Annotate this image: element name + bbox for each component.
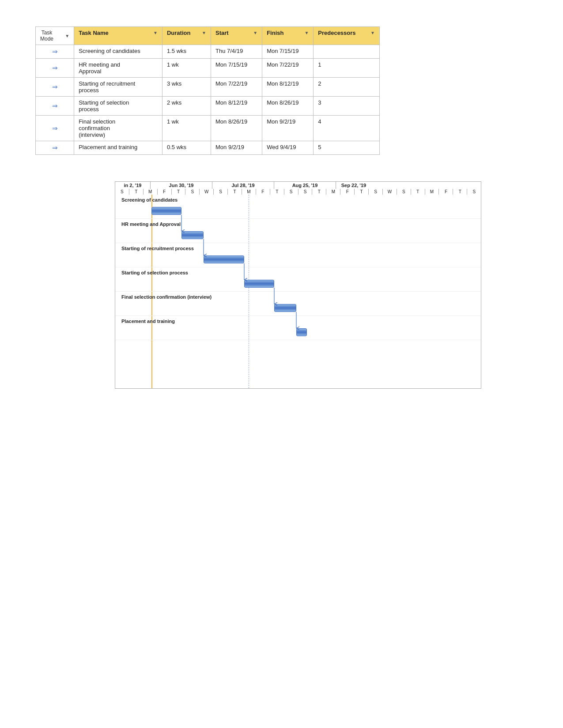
task-name-cell-6: Placement and training xyxy=(74,141,162,155)
gantt-row-2: HR meeting and Approval xyxy=(115,219,481,243)
finish-label: Finish xyxy=(267,30,283,36)
task-name-arrow[interactable]: ▼ xyxy=(153,30,158,35)
day-w2: W xyxy=(383,189,397,195)
col-header-predecessors[interactable]: Predecessors ▼ xyxy=(314,27,380,45)
task-mode-icon: ⇒ xyxy=(52,144,58,152)
task-icon-5: ⇒ xyxy=(36,116,74,141)
task-duration-cell-4: 2 wks xyxy=(162,97,211,116)
task-icon-6: ⇒ xyxy=(36,141,74,155)
task-pred-cell-1 xyxy=(314,45,380,59)
task-duration-cell-3: 3 wks xyxy=(162,78,211,97)
task-duration-cell-5: 1 wk xyxy=(162,116,211,141)
task-name-cell-2: HR meeting andApproval xyxy=(74,59,162,78)
task-pred-cell-5: 4 xyxy=(314,116,380,141)
gantt-row-3: Starting of recruitment process xyxy=(115,243,481,267)
day-t6: T xyxy=(355,189,369,195)
task-pred-cell-4: 3 xyxy=(314,97,380,116)
day-m2: M xyxy=(242,189,256,195)
day-s3: S xyxy=(214,189,228,195)
day-s8: S xyxy=(467,189,481,195)
start-arrow[interactable]: ▼ xyxy=(253,30,257,35)
task-mode-icon: ⇒ xyxy=(52,64,58,72)
day-t3: T xyxy=(228,189,242,195)
task-icon-2: ⇒ xyxy=(36,59,74,78)
task-pred-cell-6: 5 xyxy=(314,141,380,155)
task-finish-cell-4: Mon 8/26/19 xyxy=(262,97,314,116)
task-pred-cell-2: 1 xyxy=(314,59,380,78)
day-t2: T xyxy=(172,189,186,195)
gantt-bar-4 xyxy=(244,280,274,288)
day-f2: F xyxy=(256,189,270,195)
day-f1: F xyxy=(158,189,172,195)
col-header-start[interactable]: Start ▼ xyxy=(211,27,262,45)
month-aug25: Aug 25, '19 xyxy=(274,182,336,189)
col-header-finish[interactable]: Finish ▼ xyxy=(262,27,314,45)
day-t1: T xyxy=(129,189,144,195)
task-finish-cell-5: Mon 9/2/19 xyxy=(262,116,314,141)
task-name-cell-5: Final selectionconfirmation(interview) xyxy=(74,116,162,141)
task-icon-3: ⇒ xyxy=(36,78,74,97)
month-jun2: in 2, '19 xyxy=(115,182,151,189)
task-start-cell-6: Mon 9/2/19 xyxy=(211,141,262,155)
task-start-cell-2: Mon 7/15/19 xyxy=(211,59,262,78)
gantt-row-6: Placement and training xyxy=(115,316,481,340)
gantt-row-1: Screening of candidates xyxy=(115,195,481,219)
gantt-bar-1 xyxy=(151,207,181,215)
day-f4: F xyxy=(439,189,453,195)
gantt-label-1: Screening of candidates xyxy=(121,197,178,203)
task-name-cell-4: Starting of selectionprocess xyxy=(74,97,162,116)
task-start-cell-4: Mon 8/12/19 xyxy=(211,97,262,116)
col-header-task-name[interactable]: Task Name ▼ xyxy=(74,27,162,45)
day-m3: M xyxy=(326,189,340,195)
day-s7: S xyxy=(397,189,411,195)
day-t8: T xyxy=(453,189,467,195)
table-row: ⇒Final selectionconfirmation(interview)1… xyxy=(36,116,380,141)
duration-arrow[interactable]: ▼ xyxy=(202,30,206,35)
day-f3: F xyxy=(340,189,355,195)
day-s4: S xyxy=(284,189,299,195)
gantt-label-3: Starting of recruitment process xyxy=(121,246,194,251)
gantt-row-4: Starting of selection process xyxy=(115,267,481,292)
month-jun30: Jun 30, '19 xyxy=(151,182,212,189)
task-mode-icon: ⇒ xyxy=(52,102,58,110)
day-s1: S xyxy=(115,189,129,195)
task-mode-label: TaskMode xyxy=(40,30,53,42)
month-sep22: Sep 22, '19 xyxy=(336,182,371,189)
day-w1: W xyxy=(200,189,214,195)
table-row: ⇒Starting of recruitmentprocess3 wksMon … xyxy=(36,78,380,97)
day-s5: S xyxy=(299,189,313,195)
table-row: ⇒Starting of selectionprocess2 wksMon 8/… xyxy=(36,97,380,116)
predecessors-arrow[interactable]: ▼ xyxy=(370,30,375,35)
finish-arrow[interactable]: ▼ xyxy=(304,30,309,35)
month-jul28: Jul 28, '19 xyxy=(212,182,274,189)
start-label: Start xyxy=(215,30,229,36)
day-m1: M xyxy=(144,189,158,195)
gantt-body: Screening of candidates HR meeting and A… xyxy=(115,195,481,389)
task-icon-1: ⇒ xyxy=(36,45,74,59)
task-duration-cell-2: 1 wk xyxy=(162,59,211,78)
task-name-label: Task Name xyxy=(79,30,109,36)
day-t5: T xyxy=(312,189,326,195)
col-header-duration[interactable]: Duration ▼ xyxy=(162,27,211,45)
task-start-cell-1: Thu 7/4/19 xyxy=(211,45,262,59)
task-duration-cell-1: 1.5 wks xyxy=(162,45,211,59)
gantt-chart: in 2, '19 Jun 30, '19 Jul 28, '19 Aug 25… xyxy=(115,181,481,389)
task-icon-4: ⇒ xyxy=(36,97,74,116)
gantt-bar-6 xyxy=(296,328,307,336)
gantt-bar-3 xyxy=(204,255,244,263)
gantt-label-2: HR meeting and Approval xyxy=(121,221,181,227)
gantt-label-5: Final selection confirmation (interview) xyxy=(121,294,212,300)
task-duration-cell-6: 0.5 wks xyxy=(162,141,211,155)
gantt-label-4: Starting of selection process xyxy=(121,270,188,275)
task-pred-cell-3: 2 xyxy=(314,78,380,97)
day-s2: S xyxy=(185,189,200,195)
day-m4: M xyxy=(425,189,439,195)
predecessors-label: Predecessors xyxy=(318,30,355,36)
day-t4: T xyxy=(270,189,284,195)
gantt-bar-2 xyxy=(181,231,204,239)
task-name-cell-1: Screening of candidates xyxy=(74,45,162,59)
task-mode-arrow[interactable]: ▼ xyxy=(65,34,69,38)
col-header-task-mode[interactable]: TaskMode ▼ xyxy=(36,27,74,45)
table-row: ⇒Placement and training0.5 wksMon 9/2/19… xyxy=(36,141,380,155)
task-finish-cell-1: Mon 7/15/19 xyxy=(262,45,314,59)
